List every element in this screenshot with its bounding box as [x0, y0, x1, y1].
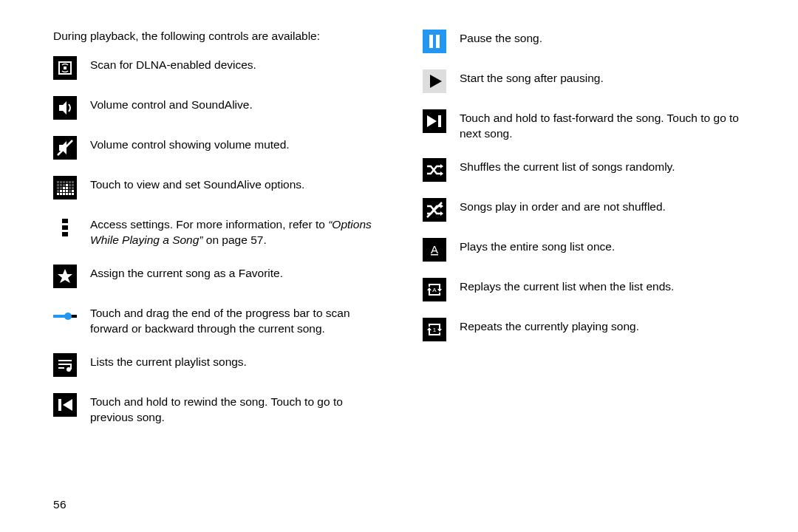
manual-page: During playback, the following controls … — [0, 0, 798, 442]
svg-rect-63 — [438, 115, 441, 127]
svg-rect-17 — [60, 190, 62, 192]
control-description: Replays the current list when the list e… — [460, 278, 757, 295]
progress-icon — [53, 304, 77, 328]
no-shuffle-icon — [423, 198, 446, 222]
control-description: Touch to view and set SoundAlive options… — [90, 176, 387, 193]
svg-rect-36 — [72, 187, 74, 189]
svg-text:1: 1 — [433, 327, 437, 333]
svg-rect-11 — [57, 187, 59, 189]
svg-point-46 — [64, 313, 72, 320]
svg-text:A: A — [432, 287, 437, 293]
svg-rect-20 — [63, 184, 65, 186]
svg-rect-34 — [72, 181, 74, 183]
control-row: Access settings. For more information, r… — [53, 216, 387, 248]
svg-rect-41 — [62, 232, 68, 236]
svg-rect-18 — [60, 193, 62, 195]
control-description: Volume control showing volume muted. — [90, 136, 387, 153]
svg-rect-12 — [57, 190, 59, 192]
svg-rect-40 — [62, 225, 68, 230]
play-once-icon: A — [423, 238, 446, 262]
control-row: Lists the current playlist songs. — [53, 353, 387, 377]
svg-rect-26 — [66, 187, 68, 189]
control-row: AReplays the current list when the list … — [423, 278, 757, 301]
svg-rect-29 — [69, 181, 71, 183]
svg-rect-30 — [69, 184, 71, 186]
svg-rect-56 — [423, 30, 446, 53]
control-row: Pause the song. — [423, 30, 757, 53]
svg-rect-38 — [72, 193, 74, 195]
right-column: Pause the song.Start the song after paus… — [423, 30, 757, 442]
control-description: Repeats the currently playing song. — [460, 318, 757, 335]
svg-rect-16 — [60, 187, 62, 189]
control-description: Volume control and SoundAlive. — [90, 96, 387, 113]
volume-muted-icon — [53, 136, 77, 160]
control-row: 1Repeats the currently playing song. — [423, 318, 757, 341]
equalizer-icon — [53, 176, 77, 200]
control-row: Songs play in order and are not shuffled… — [423, 198, 757, 222]
intro-text: During playback, the following controls … — [53, 30, 387, 43]
svg-rect-9 — [57, 181, 59, 183]
playlist-icon — [53, 353, 77, 377]
dlna-icon — [53, 56, 77, 80]
svg-rect-32 — [69, 190, 71, 192]
control-row: Touch and hold to rewind the song. Touch… — [53, 393, 387, 426]
svg-rect-58 — [436, 35, 440, 48]
svg-text:A: A — [431, 243, 438, 256]
svg-rect-10 — [57, 184, 59, 186]
repeat-list-icon: A — [423, 278, 446, 301]
control-description: Plays the entire song list once. — [460, 238, 757, 255]
svg-rect-13 — [57, 193, 59, 195]
control-description: Touch and drag the end of the progress b… — [90, 304, 387, 337]
svg-rect-31 — [69, 187, 71, 189]
svg-rect-37 — [72, 190, 74, 192]
svg-rect-27 — [66, 190, 68, 192]
control-description: Lists the current playlist songs. — [90, 353, 387, 370]
svg-rect-22 — [63, 190, 65, 192]
control-row: Touch and hold to fast-forward the song.… — [423, 109, 757, 142]
svg-rect-54 — [58, 399, 61, 411]
svg-rect-2 — [64, 66, 66, 69]
control-row: Assign the current song as a Favorite. — [53, 265, 387, 288]
svg-rect-23 — [63, 193, 65, 195]
prev-icon — [53, 393, 77, 417]
shuffle-icon — [423, 158, 446, 182]
page-number: 56 — [53, 498, 66, 511]
star-icon — [53, 265, 77, 288]
control-description: Songs play in order and are not shuffled… — [460, 198, 757, 215]
repeat-one-icon: 1 — [423, 318, 446, 341]
control-row: Volume control showing volume muted. — [53, 136, 387, 160]
control-description: Access settings. For more information, r… — [90, 216, 387, 248]
play-icon — [423, 69, 446, 93]
svg-rect-35 — [72, 184, 74, 186]
volume-icon — [53, 96, 77, 120]
svg-rect-21 — [63, 187, 65, 189]
control-row: Touch to view and set SoundAlive options… — [53, 176, 387, 200]
control-row: Touch and drag the end of the progress b… — [53, 304, 387, 337]
svg-rect-19 — [63, 181, 65, 183]
svg-rect-28 — [66, 193, 68, 195]
svg-rect-14 — [60, 181, 62, 183]
control-row: APlays the entire song list once. — [423, 238, 757, 262]
control-row: Scan for DLNA-enabled devices. — [53, 56, 387, 80]
control-row: Shuffles the current list of songs rando… — [423, 158, 757, 182]
control-description: Touch and hold to fast-forward the song.… — [460, 109, 757, 142]
control-description: Pause the song. — [460, 30, 757, 47]
control-row: Volume control and SoundAlive. — [53, 96, 387, 120]
next-icon — [423, 109, 446, 133]
svg-rect-25 — [66, 184, 68, 186]
left-column: During playback, the following controls … — [53, 30, 387, 442]
control-row: Start the song after pausing. — [423, 69, 757, 93]
svg-rect-33 — [69, 193, 71, 195]
pause-icon — [423, 30, 446, 53]
svg-rect-39 — [62, 219, 68, 223]
svg-rect-15 — [60, 184, 62, 186]
control-description: Assign the current song as a Favorite. — [90, 265, 387, 282]
svg-rect-57 — [429, 35, 433, 48]
control-description: Start the song after pausing. — [460, 69, 757, 86]
control-description: Scan for DLNA-enabled devices. — [90, 56, 387, 73]
svg-rect-24 — [66, 181, 68, 183]
control-description: Touch and hold to rewind the song. Touch… — [90, 393, 387, 426]
menu-dots-icon — [53, 216, 77, 239]
control-description: Shuffles the current list of songs rando… — [460, 158, 757, 175]
